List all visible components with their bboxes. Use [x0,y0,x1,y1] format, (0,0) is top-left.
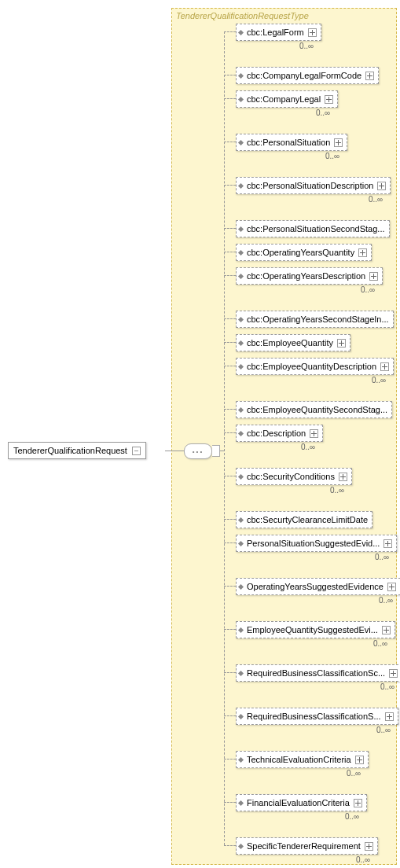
plus-icon[interactable] [389,669,398,678]
plus-icon[interactable] [365,72,374,80]
plus-icon[interactable] [355,756,364,764]
connector [220,451,224,451]
plus-icon[interactable] [325,95,333,104]
cardinality-label: 0..∞ [361,285,375,294]
child-element[interactable]: OperatingYearsSuggestedEvidence [236,578,400,595]
child-element[interactable]: cbc:PersonalSituationDescription [236,177,391,194]
plus-icon[interactable] [358,248,367,257]
child-element[interactable]: cbc:PersonalSituation [236,134,347,151]
bullet-icon [239,475,243,479]
child-label: cbc:EmployeeQuantitySecondStag... [247,405,387,414]
tree-spine [224,31,225,845]
child-element[interactable]: RequiredBusinessClassificationSc... [236,664,400,682]
expand-icon [132,447,141,455]
connector [224,519,236,520]
bullet-icon [239,844,243,848]
connector [224,759,236,760]
plus-icon[interactable] [310,429,318,438]
plus-icon[interactable] [308,28,317,37]
bullet-icon [239,671,243,675]
child-label: FinancialEvaluationCriteria [247,798,350,807]
plus-icon[interactable] [339,473,347,481]
cardinality-label: 0..∞ [330,486,344,495]
child-element[interactable]: cbc:OperatingYearsSecondStageIn... [236,311,394,328]
connector [224,802,236,803]
connector [224,318,236,319]
bullet-icon [239,31,243,35]
child-element[interactable]: cbc:SecurityConditions [236,468,352,485]
cardinality-label: 0..∞ [375,553,389,561]
child-label: RequiredBusinessClassificationS... [247,712,381,721]
bullet-icon [239,341,243,345]
cardinality-label: 0..∞ [379,596,393,605]
child-element[interactable]: cbc:OperatingYearsQuantity [236,244,372,261]
child-label: cbc:OperatingYearsDescription [247,271,365,281]
child-element[interactable]: RequiredBusinessClassificationS... [236,708,398,725]
cardinality-label: 0..∞ [325,152,339,160]
plus-icon[interactable] [337,339,346,348]
expand-icon [212,445,220,457]
root-element[interactable]: TendererQualificationRequest [8,442,146,459]
plus-icon[interactable] [387,583,396,591]
child-label: TechnicalEvaluationCriteria [247,755,351,764]
connector [224,75,236,75]
bullet-icon [239,518,243,522]
child-element[interactable]: cbc:EmployeeQuantitySecondStag... [236,401,392,418]
child-element[interactable]: cbc:Description [236,425,323,442]
sequence-icon: ••• [193,448,204,455]
type-label: TendererQualificationRequestType [176,11,309,20]
child-element[interactable]: FinancialEvaluationCriteria [236,794,367,811]
bullet-icon [239,97,243,101]
cardinality-label: 0..∞ [372,376,386,384]
plus-icon[interactable] [385,712,394,721]
plus-icon[interactable] [369,272,378,281]
plus-icon[interactable] [383,539,392,548]
plus-icon[interactable] [354,799,362,807]
schema-diagram: { "root": {"label": "TendererQualificati… [0,0,400,868]
child-element[interactable]: PersonalSituationSuggestedEvid... [236,535,397,552]
child-label: cbc:PersonalSituation [247,138,330,147]
cardinality-label: 0..∞ [380,682,394,691]
cardinality-label: 0..∞ [299,42,314,50]
child-element[interactable]: cbc:CompanyLegal [236,90,338,108]
child-element[interactable]: cbc:EmployeeQuantity [236,334,350,351]
plus-icon[interactable] [377,182,386,190]
child-element[interactable]: SpecificTendererRequirement [236,837,378,855]
connector [224,185,236,186]
child-element[interactable]: cbc:SecurtyClearanceLimitDate [236,511,372,528]
plus-icon[interactable] [365,842,373,851]
plus-icon[interactable] [380,362,389,371]
plus-icon[interactable] [334,138,343,147]
connector [224,366,236,366]
connector [224,228,236,229]
connector [224,275,236,276]
child-element[interactable]: cbc:CompanyLegalFormCode [236,67,379,84]
child-element[interactable]: TechnicalEvaluationCriteria [236,751,369,768]
child-label: cbc:EmployeeQuantityDescription [247,362,376,371]
connector [224,432,236,433]
connector [224,142,236,142]
child-element[interactable]: cbc:OperatingYearsDescription [236,267,383,285]
child-element[interactable]: cbc:EmployeeQuantityDescription [236,358,394,375]
child-element[interactable]: cbc:PersonalSituationSecondStag... [236,220,390,237]
sequence-compositor[interactable]: ••• [184,443,212,459]
connector [165,451,184,451]
connector [224,542,236,543]
child-element[interactable]: EmployeeQuantitySuggestedEvi... [236,621,395,638]
cardinality-label: 0..∞ [356,855,370,864]
plus-icon[interactable] [382,626,391,634]
bullet-icon [239,318,243,322]
child-element[interactable]: cbc:LegalForm [236,24,321,41]
bullet-icon [239,715,243,719]
child-label: OperatingYearsSuggestedEvidence [247,582,383,591]
connector [224,629,236,630]
child-label: cbc:EmployeeQuantity [247,338,333,348]
bullet-icon [239,251,243,255]
connector [224,31,236,32]
connector [224,586,236,587]
bullet-icon [239,184,243,188]
connector [224,845,236,846]
connector [224,409,236,410]
connector [224,252,236,252]
cardinality-label: 0..∞ [376,726,391,734]
